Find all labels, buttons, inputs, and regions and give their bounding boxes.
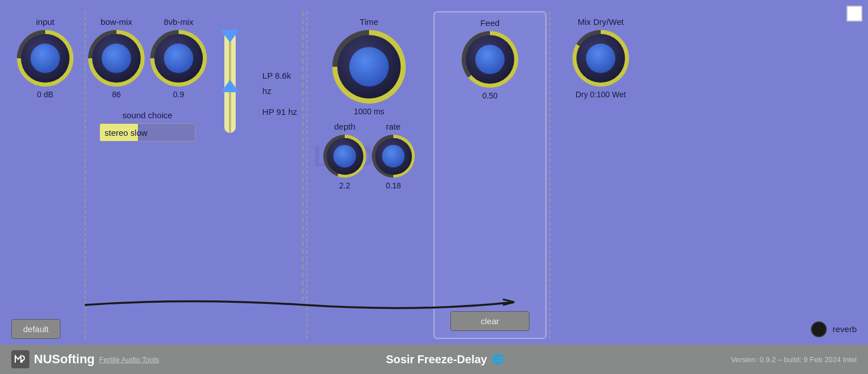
feed-knob[interactable] bbox=[462, 31, 518, 88]
slider-track[interactable] bbox=[224, 31, 236, 133]
lfo-row: LFO depth 2.2 rate bbox=[307, 122, 431, 190]
depth-knob-wrapper: depth 2.2 bbox=[323, 122, 366, 190]
depth-knob-ring bbox=[323, 135, 366, 178]
section-drywet: Mix Dry/Wet Dry 0:100 Wet bbox=[549, 11, 651, 339]
time-knob-ring bbox=[332, 30, 406, 104]
globe-icon[interactable]: 🌐 bbox=[492, 353, 504, 366]
drywet-knob-blue bbox=[586, 44, 615, 73]
rate-knob-inner bbox=[375, 138, 412, 175]
depth-knob[interactable] bbox=[323, 135, 366, 178]
main-panel: input 0 dB bow-mix bbox=[0, 0, 868, 345]
time-knob-wrapper: Time 1000 ms bbox=[332, 17, 406, 116]
evb-mix-knob-ring bbox=[150, 30, 207, 87]
evb-mix-knob-blue bbox=[164, 44, 193, 73]
evb-mix-label: 8vb-mix bbox=[164, 17, 194, 27]
rate-value: 0.18 bbox=[385, 181, 401, 190]
depth-knob-blue bbox=[333, 145, 356, 167]
section-feed: Feed 0.50 clear bbox=[433, 11, 546, 339]
drywet-value: Dry 0:100 Wet bbox=[575, 90, 626, 99]
input-knob[interactable] bbox=[17, 30, 73, 87]
depth-label: depth bbox=[334, 122, 355, 131]
feed-value: 0.50 bbox=[482, 91, 497, 100]
slider-handle-bottom[interactable] bbox=[221, 80, 239, 92]
rate-knob-ring bbox=[372, 135, 415, 178]
reverb-toggle[interactable] bbox=[811, 321, 827, 337]
feed-knob-blue bbox=[475, 45, 505, 74]
footer-version: Version: 0.9.2 – build: 9 Feb 2024 Intel bbox=[731, 355, 857, 364]
nusofting-icon bbox=[14, 352, 27, 366]
bow-mix-label: bow-mix bbox=[101, 17, 132, 27]
vertical-slider-section bbox=[209, 28, 251, 133]
footer-plugin-name: Sosir Freeze-Delay 🌐 bbox=[166, 353, 724, 366]
bow-mix-knob-inner bbox=[92, 34, 141, 83]
lp-filter-label: LP 8.6k hz bbox=[262, 68, 300, 98]
section-bow: bow-mix 86 8vb-mix bbox=[85, 11, 209, 339]
drywet-label: Mix Dry/Wet bbox=[578, 17, 623, 27]
drywet-knob-inner bbox=[576, 34, 625, 83]
bow-decoration bbox=[79, 296, 520, 313]
bow-mix-value: 86 bbox=[112, 90, 121, 99]
plugin-name-text: Sosir Freeze-Delay bbox=[386, 353, 487, 366]
time-knob[interactable] bbox=[332, 30, 406, 104]
filter-text-wrapper: LP 8.6k hz HP 91 hz bbox=[262, 28, 300, 119]
plugin-container: input 0 dB bow-mix bbox=[0, 0, 868, 374]
input-knob-wrapper: input 0 dB bbox=[17, 17, 73, 99]
footer-logo: NUSofting Fertile Audio Tools bbox=[11, 350, 159, 368]
reverb-label: reverb bbox=[832, 324, 857, 334]
input-knob-ring bbox=[17, 30, 73, 87]
sound-choice-value: stereo slow bbox=[105, 128, 147, 137]
bow-mix-knob-blue bbox=[102, 44, 131, 73]
drywet-knob-wrapper: Mix Dry/Wet Dry 0:100 Wet bbox=[572, 17, 629, 99]
feed-knob-wrapper: Feed 0.50 bbox=[462, 18, 518, 100]
footer-brand: NUSofting bbox=[34, 352, 95, 367]
bow-mix-knob[interactable] bbox=[88, 30, 145, 87]
evb-mix-knob-inner bbox=[154, 34, 203, 83]
input-knob-blue bbox=[31, 44, 60, 73]
footer-bar: NUSofting Fertile Audio Tools Sosir Free… bbox=[0, 345, 868, 374]
depth-knob-inner bbox=[327, 138, 363, 175]
time-knob-inner bbox=[337, 35, 401, 98]
evb-mix-value: 0.9 bbox=[173, 90, 184, 99]
reverb-area: reverb bbox=[811, 321, 857, 337]
rate-knob-wrapper: rate 0.18 bbox=[372, 122, 415, 190]
sound-choice-area: sound choice stereo slow bbox=[94, 110, 201, 141]
bow-mix-knob-ring bbox=[88, 30, 145, 87]
depth-value: 2.2 bbox=[339, 181, 350, 190]
slider-filter-row: LP 8.6k hz HP 91 hz bbox=[209, 28, 300, 133]
hp-filter-label: HP 91 hz bbox=[262, 104, 300, 119]
time-value: 1000 ms bbox=[354, 107, 384, 116]
footer-subtitle: Fertile Audio Tools bbox=[99, 355, 159, 364]
bow-knobs-row: bow-mix 86 8vb-mix bbox=[86, 17, 209, 99]
sound-choice-label: sound choice bbox=[123, 110, 172, 120]
rate-knob-blue bbox=[382, 145, 405, 167]
section-input: input 0 dB bbox=[6, 11, 85, 339]
input-knob-inner bbox=[21, 34, 70, 83]
slider-handle-top[interactable] bbox=[221, 30, 239, 42]
input-value: 0 dB bbox=[37, 90, 54, 99]
time-row: Time 1000 ms bbox=[307, 17, 431, 116]
divider-delay bbox=[302, 11, 303, 306]
drywet-knob[interactable] bbox=[572, 30, 629, 87]
bow-mix-knob-wrapper: bow-mix 86 bbox=[88, 17, 145, 99]
feed-knob-inner bbox=[466, 35, 514, 84]
evb-mix-knob[interactable] bbox=[150, 30, 207, 87]
time-label: Time bbox=[360, 17, 379, 27]
bow-svg bbox=[79, 296, 520, 313]
default-button[interactable]: default bbox=[11, 319, 60, 339]
time-knob-blue bbox=[349, 47, 389, 87]
rate-knob[interactable] bbox=[372, 135, 415, 178]
section-delay: Time 1000 ms LFO depth bbox=[306, 11, 431, 339]
input-label: input bbox=[36, 17, 55, 27]
feed-knob-ring bbox=[462, 31, 518, 88]
sound-choice-select[interactable]: stereo slow bbox=[99, 123, 196, 141]
feed-label: Feed bbox=[480, 18, 500, 28]
bottom-row: default reverb bbox=[0, 319, 868, 339]
rate-label: rate bbox=[386, 122, 401, 131]
evb-mix-knob-wrapper: 8vb-mix 0.9 bbox=[150, 17, 207, 99]
top-right-button[interactable] bbox=[847, 6, 862, 22]
footer-logo-icon bbox=[11, 350, 29, 368]
filter-slider-section: LP 8.6k hz HP 91 hz bbox=[209, 11, 300, 339]
drywet-knob-ring bbox=[572, 30, 629, 87]
